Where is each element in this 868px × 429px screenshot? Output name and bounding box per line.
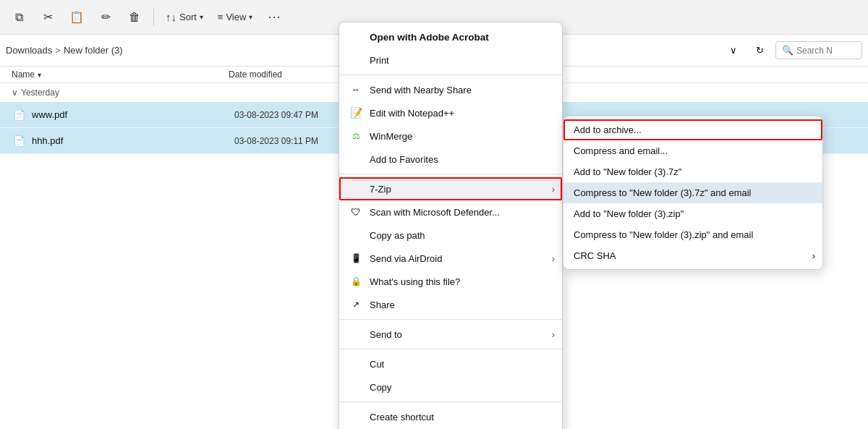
copy-icon bbox=[349, 381, 362, 394]
submenu-compress-7z-email-label: Compress to "New folder (3).7z" and emai… bbox=[574, 187, 752, 198]
menu-notepad[interactable]: 📝 Edit with Notepad++ bbox=[339, 101, 562, 124]
menu-copy-path-label: Copy as path bbox=[370, 230, 425, 241]
menu-send-to-label: Send to bbox=[370, 329, 402, 340]
file-name: www.pdf bbox=[32, 109, 234, 120]
more-btn[interactable]: ··· bbox=[261, 4, 287, 30]
search-icon: 🔍 bbox=[782, 45, 793, 56]
submenu-add-7z[interactable]: Add to "New folder (3).7z" bbox=[563, 161, 822, 182]
submenu-compress-email[interactable]: Compress and email... bbox=[563, 140, 822, 161]
menu-favorites-label: Add to Favorites bbox=[370, 154, 438, 165]
submenu-compress-zip-email-label: Compress to "New folder (3).zip" and ema… bbox=[574, 229, 753, 240]
toolbar-copy-btn[interactable]: ⧉ bbox=[6, 4, 32, 30]
menu-share-label: Share bbox=[370, 300, 395, 310]
menu-open-adobe[interactable]: Open with Adobe Acrobat bbox=[339, 25, 562, 48]
submenu-compress-email-label: Compress and email... bbox=[574, 145, 668, 156]
sort-button[interactable]: ↑↓ Sort ▾ bbox=[160, 8, 209, 26]
sep4 bbox=[339, 349, 562, 349]
file-icon-pdf: 📄 bbox=[12, 108, 26, 122]
notepad-icon: 📝 bbox=[349, 106, 362, 119]
menu-favorites[interactable]: Add to Favorites bbox=[339, 148, 562, 171]
send-to-icon bbox=[349, 328, 362, 341]
menu-defender[interactable]: 🛡 Scan with Microsoft Defender... bbox=[339, 200, 562, 224]
winmerge-icon: ⚖ bbox=[349, 129, 362, 143]
toolbar-cut-btn[interactable]: ✂ bbox=[35, 4, 61, 30]
airdroid-icon: 📱 bbox=[349, 252, 362, 265]
print-icon bbox=[349, 54, 362, 67]
menu-create-shortcut[interactable]: Create shortcut bbox=[339, 405, 562, 428]
menu-share[interactable]: ↗ Share bbox=[339, 293, 562, 316]
crc-sha-arrow-icon: › bbox=[812, 250, 815, 261]
menu-defender-label: Scan with Microsoft Defender... bbox=[370, 207, 500, 218]
breadcrumb-downloads[interactable]: Downloads bbox=[6, 45, 52, 56]
submenu-add-archive[interactable]: Add to archive... bbox=[563, 119, 822, 140]
7zip-icon bbox=[349, 182, 362, 195]
menu-whats-using[interactable]: 🔒 What's using this file? bbox=[339, 270, 562, 293]
search-input[interactable] bbox=[796, 46, 854, 56]
file-name2: hhh.pdf bbox=[32, 135, 234, 146]
submenu-add-zip-label: Add to "New folder (3).zip" bbox=[574, 208, 684, 219]
breadcrumb-folder[interactable]: New folder (3) bbox=[64, 45, 123, 56]
submenu-7zip: Add to archive... Compress and email... … bbox=[563, 116, 823, 270]
menu-winmerge[interactable]: ⚖ WinMerge bbox=[339, 124, 562, 148]
menu-notepad-label: Edit with Notepad++ bbox=[370, 108, 454, 119]
lock-icon: 🔒 bbox=[349, 275, 362, 288]
submenu-crc-sha[interactable]: CRC SHA › bbox=[563, 245, 822, 266]
sep2 bbox=[339, 174, 562, 174]
toolbar-delete-btn[interactable]: 🗑 bbox=[122, 4, 148, 30]
sort-indicator: ▾ bbox=[38, 71, 41, 79]
menu-print[interactable]: Print bbox=[339, 48, 562, 72]
menu-print-label: Print bbox=[370, 55, 389, 66]
menu-cut-label: Cut bbox=[370, 359, 384, 370]
sep3 bbox=[339, 319, 562, 320]
menu-whats-using-label: What's using this file? bbox=[370, 276, 460, 287]
adobe-icon bbox=[349, 30, 362, 43]
submenu-compress-7z-email[interactable]: Compress to "New folder (3).7z" and emai… bbox=[563, 182, 822, 203]
group-chevron: ∨ bbox=[12, 88, 18, 98]
toolbar-sep bbox=[153, 9, 154, 26]
view-button[interactable]: ≡ View ▾ bbox=[212, 9, 259, 25]
submenu-crc-sha-label: CRC SHA bbox=[574, 250, 616, 261]
airdroid-arrow-icon: › bbox=[552, 253, 555, 264]
sep5 bbox=[339, 402, 562, 402]
menu-nearby-label: Send with Nearby Share bbox=[370, 85, 472, 95]
menu-airdroid-label: Send via AirDroid bbox=[370, 253, 442, 264]
menu-winmerge-label: WinMerge bbox=[370, 131, 412, 142]
cut-icon bbox=[349, 357, 362, 370]
defender-icon: 🛡 bbox=[349, 205, 362, 218]
menu-7zip[interactable]: 7-Zip › bbox=[339, 177, 562, 200]
copy-path-icon bbox=[349, 229, 362, 242]
refresh-btn[interactable]: ↻ bbox=[749, 41, 770, 61]
toolbar-paste-btn[interactable]: 📋 bbox=[64, 4, 90, 30]
menu-nearby-share[interactable]: ↔ Send with Nearby Share bbox=[339, 78, 562, 101]
submenu-add-archive-label: Add to archive... bbox=[574, 124, 642, 135]
menu-cut[interactable]: Cut bbox=[339, 352, 562, 375]
menu-shortcut-label: Create shortcut bbox=[370, 412, 434, 422]
menu-copy[interactable]: Copy bbox=[339, 375, 562, 399]
view-label: View bbox=[226, 12, 246, 22]
shortcut-icon bbox=[349, 410, 362, 423]
file-icon-pdf2: 📄 bbox=[12, 134, 26, 148]
nearby-share-icon: ↔ bbox=[349, 83, 362, 96]
search-box[interactable]: 🔍 bbox=[775, 41, 862, 59]
breadcrumb-sep: > bbox=[55, 45, 61, 56]
menu-7zip-label: 7-Zip bbox=[370, 184, 391, 195]
send-to-arrow-icon: › bbox=[552, 329, 555, 340]
menu-open-adobe-label: Open with Adobe Acrobat bbox=[370, 32, 489, 43]
col-name-header: Name ▾ bbox=[12, 69, 229, 80]
submenu-add-zip[interactable]: Add to "New folder (3).zip" bbox=[563, 203, 822, 224]
toolbar-rename-btn[interactable]: ✏ bbox=[93, 4, 119, 30]
context-menu: Open with Adobe Acrobat Print ↔ Send wit… bbox=[339, 22, 563, 429]
sep1 bbox=[339, 75, 562, 75]
sort-label: Sort bbox=[179, 12, 197, 22]
menu-airdroid[interactable]: 📱 Send via AirDroid › bbox=[339, 247, 562, 270]
submenu-compress-zip-email[interactable]: Compress to "New folder (3).zip" and ema… bbox=[563, 224, 822, 245]
share-icon: ↗ bbox=[349, 298, 362, 311]
menu-copy-label: Copy bbox=[370, 382, 391, 393]
menu-copy-path[interactable]: Copy as path bbox=[339, 224, 562, 247]
menu-send-to[interactable]: Send to › bbox=[339, 323, 562, 346]
dropdown-btn[interactable]: ∨ bbox=[723, 41, 744, 61]
favorites-icon bbox=[349, 153, 362, 166]
7zip-arrow-icon: › bbox=[552, 184, 555, 195]
submenu-add-7z-label: Add to "New folder (3).7z" bbox=[574, 166, 681, 177]
